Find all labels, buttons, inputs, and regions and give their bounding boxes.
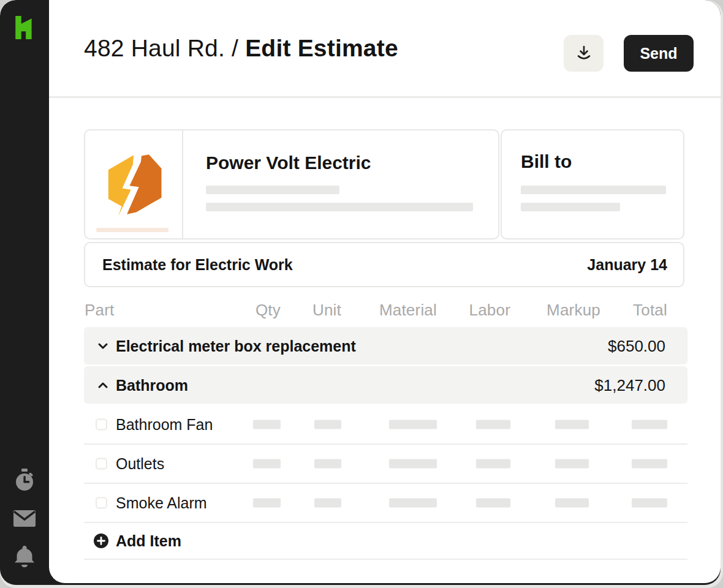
app-window: 482 Haul Rd. / Edit Estimate Send: [0, 0, 723, 588]
estimate-title: Estimate for Electric Work: [102, 256, 293, 274]
item-row-smoke-alarm[interactable]: Smoke Alarm: [84, 484, 687, 523]
vendor-logo-caption: [96, 228, 168, 232]
group-row-bathroom[interactable]: Bathroom $1,247.00: [84, 366, 687, 404]
plus-circle-icon[interactable]: [94, 533, 108, 548]
column-header-markup: Markup: [547, 301, 600, 320]
estimate-date: January 14: [587, 256, 667, 274]
page-title: 482 Haul Rd. / Edit Estimate: [84, 35, 398, 62]
estimate-title-card: Estimate for Electric Work January 14: [84, 242, 684, 287]
qty-placeholder: [253, 459, 281, 469]
item-checkbox[interactable]: [96, 497, 107, 509]
total-placeholder: [632, 459, 667, 469]
vendor-logo-cell[interactable]: [85, 130, 183, 238]
material-placeholder: [389, 459, 437, 469]
qty-placeholder: [253, 420, 281, 429]
header-divider: [49, 96, 721, 98]
item-name: Smoke Alarm: [116, 494, 207, 512]
houzz-logo[interactable]: [13, 16, 36, 39]
group-total: $650.00: [608, 336, 665, 355]
vendor-card: Power Volt Electric: [84, 129, 499, 239]
vendor-logo-icon: [102, 153, 165, 216]
vendor-detail-placeholder: [206, 186, 339, 194]
bill-to-placeholder: [521, 203, 620, 211]
add-item-label: Add Item: [116, 532, 181, 550]
column-header-material: Material: [379, 301, 437, 320]
page-header: 482 Haul Rd. / Edit Estimate Send: [49, 0, 721, 96]
send-button-label: Send: [640, 45, 677, 62]
vendor-detail-placeholder: [206, 203, 473, 211]
stopwatch-icon: [14, 469, 35, 492]
group-name: Bathroom: [116, 376, 188, 394]
item-name: Outlets: [116, 455, 164, 473]
bill-to-placeholder: [521, 186, 666, 194]
group-row-electrical-meter[interactable]: Electrical meter box replacement $650.00: [84, 327, 687, 364]
unit-placeholder: [314, 499, 341, 508]
estimate-table: Part Qty Unit Material Labor Markup Tota…: [84, 298, 687, 560]
mail-icon: [13, 510, 36, 527]
item-checkbox[interactable]: [96, 458, 107, 470]
unit-placeholder: [314, 420, 341, 429]
table-header-row: Part Qty Unit Material Labor Markup Tota…: [84, 298, 687, 325]
item-checkbox[interactable]: [96, 419, 107, 431]
labor-placeholder: [476, 459, 510, 469]
total-placeholder: [632, 499, 667, 508]
download-icon: [575, 45, 592, 62]
notifications-button[interactable]: [13, 545, 36, 568]
bill-to-label: Bill to: [521, 151, 572, 172]
add-item-row[interactable]: Add Item: [84, 523, 687, 560]
main-panel: 482 Haul Rd. / Edit Estimate Send: [49, 0, 721, 583]
column-header-total: Total: [633, 301, 667, 320]
markup-placeholder: [555, 459, 589, 469]
messages-button[interactable]: [13, 507, 36, 530]
chevron-up-icon[interactable]: [96, 379, 110, 392]
labor-placeholder: [476, 420, 510, 429]
qty-placeholder: [253, 499, 281, 508]
labor-placeholder: [476, 499, 510, 508]
bell-icon: [14, 545, 35, 567]
bill-to-card: Bill to: [501, 129, 684, 239]
markup-placeholder: [555, 499, 589, 508]
vendor-info: Power Volt Electric: [183, 130, 498, 238]
material-placeholder: [389, 499, 437, 508]
column-header-unit: Unit: [312, 301, 341, 320]
item-name: Bathroom Fan: [116, 416, 213, 434]
total-placeholder: [632, 420, 667, 429]
column-header-qty: Qty: [256, 301, 281, 320]
download-button[interactable]: [564, 35, 604, 72]
vendor-name: Power Volt Electric: [206, 153, 498, 173]
chevron-down-icon[interactable]: [96, 339, 110, 353]
column-header-part: Part: [85, 301, 114, 320]
send-button[interactable]: Send: [624, 35, 694, 72]
material-placeholder: [389, 420, 437, 429]
breadcrumb-page: Edit Estimate: [245, 35, 398, 61]
markup-placeholder: [555, 420, 589, 429]
time-tracking-button[interactable]: [13, 469, 36, 492]
group-total: $1,247.00: [594, 375, 665, 394]
unit-placeholder: [314, 459, 341, 469]
sidebar: [0, 0, 49, 585]
column-header-labor: Labor: [469, 301, 511, 320]
item-row-bathroom-fan[interactable]: Bathroom Fan: [84, 405, 687, 445]
breadcrumb-project: 482 Haul Rd. /: [84, 35, 245, 61]
group-name: Electrical meter box replacement: [116, 337, 356, 355]
houzz-logo-icon: [13, 16, 36, 39]
sidebar-icon-group: [0, 469, 49, 568]
item-row-outlets[interactable]: Outlets: [84, 445, 687, 484]
